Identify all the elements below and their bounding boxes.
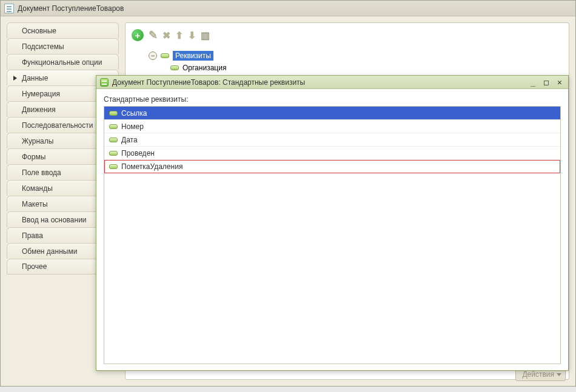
collapse-icon[interactable]: −: [149, 51, 157, 60]
bullet-icon: [109, 164, 118, 169]
maximize-button[interactable]: □: [541, 78, 551, 87]
main-title: Документ ПоступлениеТоваров: [18, 4, 124, 13]
requisite-row[interactable]: Номер: [104, 120, 560, 133]
move-up-icon[interactable]: ⬆: [175, 29, 183, 41]
section-label: Стандартные реквизиты:: [104, 95, 561, 104]
dialog-titlebar[interactable]: Документ ПоступлениеТоваров: Стандартные…: [96, 76, 568, 89]
attributes-tree: − Реквизиты Организация: [132, 50, 563, 74]
sidebar-tab[interactable]: Функциональные опции: [7, 54, 119, 70]
delete-icon[interactable]: ✖: [162, 29, 170, 41]
requisite-row[interactable]: Дата: [104, 133, 560, 147]
main-titlebar: Документ ПоступлениеТоваров: [1, 1, 575, 16]
tree-child-label[interactable]: Организация: [183, 64, 226, 72]
bullet-icon: [109, 124, 118, 129]
edit-icon[interactable]: ✎: [149, 29, 158, 41]
requisite-label: Номер: [121, 122, 144, 131]
tree-root-row[interactable]: − Реквизиты: [149, 50, 563, 62]
tree-root-label[interactable]: Реквизиты: [173, 51, 213, 61]
close-button[interactable]: ✕: [555, 78, 564, 87]
bullet-icon: [109, 138, 118, 142]
requisite-label: Ссылка: [121, 109, 147, 118]
dialog-window-controls: _ □ ✕: [528, 78, 564, 87]
requisite-row[interactable]: Проведен: [104, 147, 560, 160]
toolbar: + ✎ ✖ ⬆ ⬇ ▥: [132, 28, 563, 42]
dialog-body: Стандартные реквизиты: СсылкаНомерДатаПр…: [96, 89, 568, 370]
move-down-icon[interactable]: ⬇: [188, 29, 196, 41]
bullet-icon: [170, 65, 179, 70]
requisite-row[interactable]: Ссылка: [104, 107, 560, 120]
requisites-list[interactable]: СсылкаНомерДатаПроведенПометкаУдаления: [104, 106, 561, 364]
document-icon: [4, 4, 14, 13]
standard-requisites-dialog: Документ ПоступлениеТоваров: Стандартные…: [96, 75, 569, 371]
requisite-label: ПометкаУдаления: [121, 162, 183, 171]
dialog-title: Документ ПоступлениеТоваров: Стандартные…: [112, 78, 524, 87]
actions-label: Действия: [522, 370, 554, 379]
dialog-icon: [100, 78, 109, 87]
add-icon[interactable]: +: [132, 29, 144, 41]
sidebar-tab[interactable]: Подсистемы: [7, 38, 119, 54]
requisite-label: Проведен: [121, 149, 155, 158]
bullet-icon: [161, 53, 169, 58]
requisite-row[interactable]: ПометкаУдаления: [104, 160, 560, 173]
sidebar-tab[interactable]: Основные: [7, 22, 119, 38]
requisite-label: Дата: [121, 136, 138, 144]
tree-child-row[interactable]: Организация: [149, 62, 563, 74]
minimize-button[interactable]: _: [528, 78, 538, 87]
bullet-icon: [109, 151, 118, 156]
bullet-icon: [109, 111, 118, 116]
list-icon[interactable]: ▥: [201, 29, 210, 41]
